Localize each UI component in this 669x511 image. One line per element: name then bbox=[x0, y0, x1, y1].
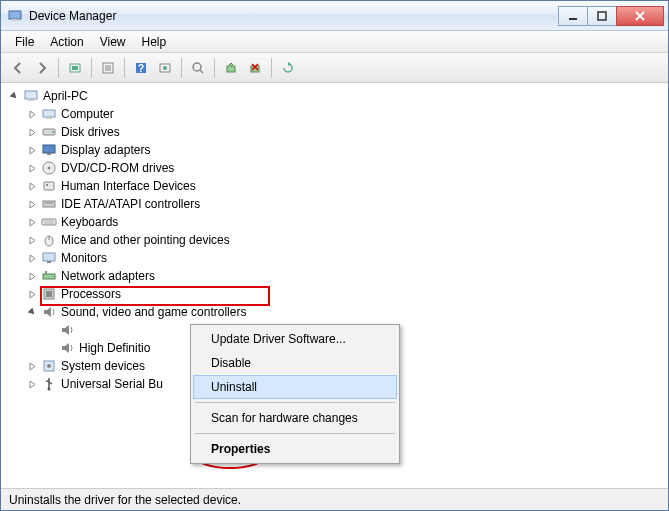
computer-icon bbox=[23, 88, 39, 104]
tree-category[interactable]: Monitors bbox=[27, 249, 660, 267]
tree-category[interactable]: Processors bbox=[27, 285, 660, 303]
svg-rect-19 bbox=[28, 99, 34, 101]
svg-point-23 bbox=[52, 131, 54, 133]
tree-category[interactable]: IDE ATA/ATAPI controllers bbox=[27, 195, 660, 213]
scan-button[interactable] bbox=[187, 57, 209, 79]
sound-device-icon bbox=[59, 322, 75, 338]
expand-icon[interactable] bbox=[27, 379, 38, 390]
context-menu: Update Driver Software... Disable Uninst… bbox=[190, 324, 400, 464]
forward-button[interactable] bbox=[31, 57, 53, 79]
menubar: File Action View Help bbox=[1, 31, 668, 53]
expand-icon[interactable] bbox=[27, 361, 38, 372]
tree-category[interactable]: Disk drives bbox=[27, 123, 660, 141]
tree-category[interactable]: Mice and other pointing devices bbox=[27, 231, 660, 249]
category-label: Processors bbox=[61, 287, 121, 301]
expand-icon[interactable] bbox=[27, 235, 38, 246]
svg-rect-20 bbox=[43, 110, 55, 117]
collapse-icon[interactable] bbox=[27, 307, 38, 318]
refresh-button[interactable] bbox=[277, 57, 299, 79]
menu-help[interactable]: Help bbox=[134, 32, 175, 52]
svg-point-13 bbox=[163, 66, 167, 70]
tree-category[interactable]: Sound, video and game controllers bbox=[27, 303, 660, 321]
svg-rect-38 bbox=[47, 261, 51, 263]
close-button[interactable] bbox=[616, 6, 664, 26]
minimize-button[interactable] bbox=[558, 6, 588, 26]
svg-rect-32 bbox=[42, 219, 56, 225]
device-category-icon bbox=[41, 358, 57, 374]
statusbar: Uninstalls the driver for the selected d… bbox=[1, 488, 668, 510]
device-category-icon bbox=[41, 286, 57, 302]
device-category-icon bbox=[41, 214, 57, 230]
category-label: Disk drives bbox=[61, 125, 120, 139]
ctx-uninstall[interactable]: Uninstall bbox=[193, 375, 397, 399]
tree-category[interactable]: Human Interface Devices bbox=[27, 177, 660, 195]
expand-icon[interactable] bbox=[27, 253, 38, 264]
expand-icon[interactable] bbox=[27, 109, 38, 120]
collapse-icon[interactable] bbox=[9, 91, 20, 102]
svg-point-14 bbox=[193, 63, 201, 71]
sound-device-icon bbox=[59, 340, 75, 356]
category-label: Mice and other pointing devices bbox=[61, 233, 230, 247]
menu-file[interactable]: File bbox=[7, 32, 42, 52]
category-label: DVD/CD-ROM drives bbox=[61, 161, 174, 175]
window-title: Device Manager bbox=[29, 9, 559, 23]
app-icon bbox=[7, 8, 23, 24]
ctx-disable[interactable]: Disable bbox=[193, 351, 397, 375]
svg-rect-5 bbox=[72, 66, 78, 70]
svg-rect-29 bbox=[46, 184, 48, 186]
svg-text:?: ? bbox=[138, 63, 144, 74]
ctx-separator bbox=[195, 433, 395, 434]
show-hidden-button[interactable] bbox=[64, 57, 86, 79]
tree-category[interactable]: Computer bbox=[27, 105, 660, 123]
menu-action[interactable]: Action bbox=[42, 32, 91, 52]
uninstall-button[interactable] bbox=[244, 57, 266, 79]
category-label: Computer bbox=[61, 107, 114, 121]
tree-category[interactable]: Network adapters bbox=[27, 267, 660, 285]
update-driver-button[interactable] bbox=[220, 57, 242, 79]
properties-button[interactable] bbox=[97, 57, 119, 79]
back-button[interactable] bbox=[7, 57, 29, 79]
help-button[interactable]: ? bbox=[130, 57, 152, 79]
tree-category[interactable]: DVD/CD-ROM drives bbox=[27, 159, 660, 177]
device-label: High Definitio bbox=[79, 341, 150, 355]
svg-line-15 bbox=[200, 70, 203, 73]
ctx-scan[interactable]: Scan for hardware changes bbox=[193, 406, 397, 430]
tree-root[interactable]: April-PC bbox=[9, 87, 660, 105]
device-category-icon bbox=[41, 268, 57, 284]
expand-icon[interactable] bbox=[27, 181, 38, 192]
device-category-icon bbox=[41, 304, 57, 320]
device-category-icon bbox=[41, 376, 57, 392]
expand-icon[interactable] bbox=[27, 145, 38, 156]
svg-rect-30 bbox=[43, 201, 55, 207]
menu-view[interactable]: View bbox=[92, 32, 134, 52]
tree-category[interactable]: Keyboards bbox=[27, 213, 660, 231]
svg-rect-40 bbox=[45, 271, 47, 274]
svg-rect-16 bbox=[227, 66, 235, 72]
svg-rect-28 bbox=[44, 182, 54, 190]
maximize-button[interactable] bbox=[587, 6, 617, 26]
category-label: Display adapters bbox=[61, 143, 150, 157]
tree-root-label: April-PC bbox=[43, 89, 88, 103]
status-text: Uninstalls the driver for the selected d… bbox=[9, 493, 241, 507]
svg-rect-0 bbox=[9, 11, 21, 19]
expand-icon[interactable] bbox=[27, 127, 38, 138]
ctx-update-driver[interactable]: Update Driver Software... bbox=[193, 327, 397, 351]
device-category-icon bbox=[41, 142, 57, 158]
device-category-icon bbox=[41, 160, 57, 176]
ctx-properties[interactable]: Properties bbox=[193, 437, 397, 461]
ctx-separator bbox=[195, 402, 395, 403]
svg-rect-24 bbox=[43, 145, 55, 153]
expand-icon[interactable] bbox=[27, 199, 38, 210]
svg-point-45 bbox=[48, 388, 51, 391]
category-label: IDE ATA/ATAPI controllers bbox=[61, 197, 200, 211]
expand-icon[interactable] bbox=[27, 163, 38, 174]
view-by-type-button[interactable] bbox=[154, 57, 176, 79]
expand-icon[interactable] bbox=[27, 271, 38, 282]
device-category-icon bbox=[41, 250, 57, 266]
expand-icon[interactable] bbox=[27, 289, 38, 300]
expand-icon[interactable] bbox=[27, 217, 38, 228]
tree-category[interactable]: Display adapters bbox=[27, 141, 660, 159]
device-category-icon bbox=[41, 196, 57, 212]
category-label: Keyboards bbox=[61, 215, 118, 229]
device-category-icon bbox=[41, 232, 57, 248]
